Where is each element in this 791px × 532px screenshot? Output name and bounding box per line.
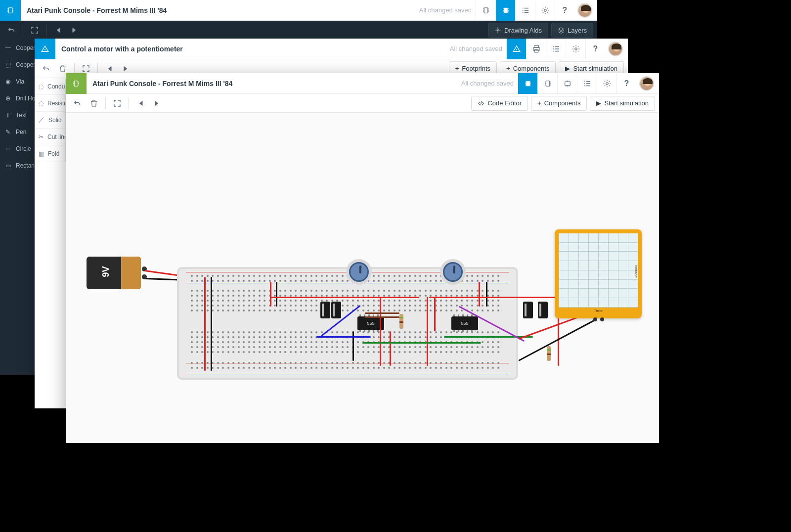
potentiometer-1[interactable] [349,262,369,282]
user-avatar[interactable] [639,76,654,91]
wire[interactable] [362,342,481,344]
view-schematic-button[interactable] [537,73,557,94]
potentiometer-2[interactable] [443,262,463,282]
gear-icon [603,79,612,88]
svg-rect-1 [484,7,488,13]
settings-button[interactable] [535,0,555,21]
wire[interactable] [204,277,206,371]
design-canvas[interactable]: 9V /*rows drawn below via JS*/ 555 555 [66,113,659,443]
breadboard[interactable]: /*rows drawn below via JS*/ 555 555 [177,267,518,380]
wire[interactable] [276,282,277,307]
fit-button[interactable] [27,23,42,38]
skip-back-button[interactable] [50,23,65,38]
view-pcb-button[interactable] [495,0,515,21]
wire[interactable] [479,282,480,307]
user-avatar[interactable] [608,42,623,56]
tool-via[interactable]: ◉Via [0,73,36,90]
view-breadboard-button[interactable] [518,73,537,94]
wire[interactable] [352,331,354,361]
tool-cut[interactable]: ✂Cut line [35,129,65,145]
pen-icon: ✎ [4,128,12,136]
delete-button[interactable] [87,96,101,111]
skip-forward-button[interactable] [150,96,165,111]
battery-9v[interactable]: 9V [87,257,141,289]
fit-button[interactable] [110,96,125,111]
circle-icon: ○ [4,145,12,153]
wire[interactable] [270,282,271,307]
save-status: All changed saved [461,80,514,87]
simulate-button[interactable]: ▶Start simulation [590,96,655,111]
layers-button[interactable]: Layers [551,23,593,38]
breadboard-editor-window: Atari Punk Console - Forrest M Mims III … [66,73,659,443]
wire[interactable] [429,297,558,298]
crosshair-icon [494,27,501,34]
view-pcb-button[interactable] [557,73,577,94]
tool-resistive[interactable]: ◌Resistive [35,95,65,112]
bom-button[interactable] [515,0,535,21]
capacitor[interactable] [331,302,341,318]
tool-drill[interactable]: ⊕Drill Hole [0,90,36,107]
wire[interactable] [390,331,391,366]
print-button[interactable] [526,39,546,59]
drawing-aids-button[interactable]: Drawing Aids [488,23,548,38]
view-paper-button[interactable] [506,39,526,59]
undo-button[interactable] [4,23,19,38]
scope-probe-2[interactable] [600,317,604,321]
tool-conductive[interactable]: ◌Conductive [35,78,65,95]
help-button[interactable]: ? [555,0,574,21]
app-logo[interactable] [66,73,87,94]
trash-icon [89,99,98,108]
wire[interactable] [380,297,381,366]
capacitor[interactable] [523,302,533,318]
capacitor[interactable] [538,302,548,318]
wire[interactable] [427,297,428,366]
wire[interactable] [271,297,419,298]
app-logo[interactable] [35,39,55,59]
help-button[interactable]: ? [585,39,605,59]
pcb-side-tools: 〰Copper ⬚Copper ◉Via ⊕Drill Hole TText ✎… [0,40,36,174]
wire[interactable] [316,336,371,338]
tool-copper-trace[interactable]: 〰Copper [0,40,36,56]
header-bar: Control a motor with a potentiometer All… [35,39,628,59]
resistor[interactable] [547,346,551,361]
scope-probe-1[interactable] [593,317,597,321]
tool-text[interactable]: TText [0,107,36,124]
wire[interactable] [365,312,399,314]
settings-button[interactable] [566,39,585,59]
wire[interactable] [365,316,399,318]
bom-button[interactable] [546,39,566,59]
project-title: Atari Punk Console - Forrest M Mims III … [27,6,419,14]
wire[interactable] [486,282,487,307]
skip-forward-button[interactable] [67,23,82,38]
save-status: All changed saved [419,6,472,14]
svg-rect-2 [504,7,508,13]
wire[interactable] [434,297,436,331]
svg-point-9 [574,47,577,50]
svg-rect-8 [534,49,538,52]
wire[interactable] [211,277,212,371]
tool-solid[interactable]: ／Solid [35,112,65,129]
bom-button[interactable] [577,73,597,94]
ic-555-2[interactable]: 555 [451,316,478,330]
chip-alt-icon [563,79,572,88]
line-icon: ／ [39,116,44,124]
undo-button[interactable] [39,61,53,76]
tool-copper-fill[interactable]: ⬚Copper [0,56,36,73]
resistor[interactable] [399,314,403,329]
skip-back-button[interactable] [133,96,148,111]
tool-circle[interactable]: ○Circle [0,140,36,157]
tool-fold[interactable]: ▥Fold [35,145,65,162]
code-editor-button[interactable]: Code Editor [471,96,528,111]
user-avatar[interactable] [577,3,592,18]
capacitor[interactable] [320,302,330,318]
view-schematic-button[interactable] [476,0,495,21]
components-button[interactable]: +Components [531,96,587,111]
oscilloscope[interactable]: Time Voltage [555,229,642,318]
undo-button[interactable] [70,96,85,111]
tool-rectangle[interactable]: ▭Rectangle [0,157,36,174]
print-icon [532,44,541,53]
help-button[interactable]: ? [616,73,636,94]
tool-pen[interactable]: ✎Pen [0,124,36,140]
settings-button[interactable] [597,73,616,94]
app-logo[interactable] [0,0,21,21]
